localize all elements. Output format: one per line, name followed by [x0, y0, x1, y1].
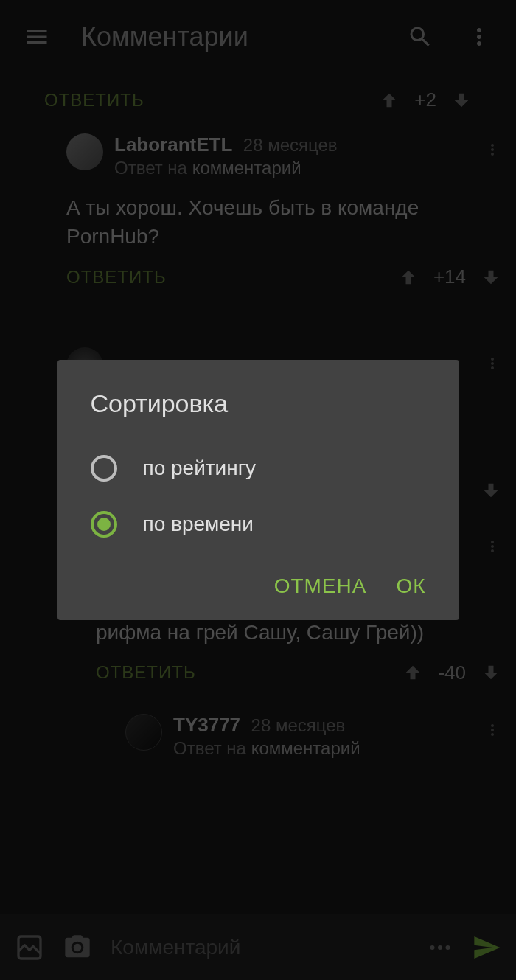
radio-checked-icon — [91, 511, 117, 538]
sort-option-rating[interactable]: по рейтингу — [57, 440, 459, 496]
sort-dialog: Сортировка по рейтингу по времени ОТМЕНА… — [57, 360, 459, 620]
modal-overlay[interactable]: Сортировка по рейтингу по времени ОТМЕНА… — [0, 0, 516, 980]
dialog-title: Сортировка — [57, 389, 459, 440]
sort-option-time[interactable]: по времени — [57, 496, 459, 552]
radio-label: по времени — [143, 512, 254, 536]
radio-unchecked-icon — [91, 455, 117, 482]
ok-button[interactable]: ОК — [396, 574, 425, 598]
cancel-button[interactable]: ОТМЕНА — [274, 574, 367, 598]
radio-label: по рейтингу — [143, 456, 256, 480]
